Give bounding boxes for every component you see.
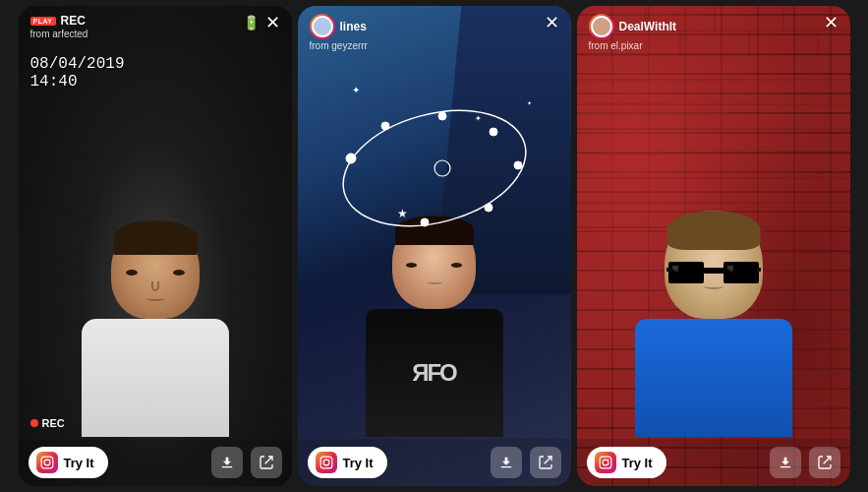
- svg-rect-37: [704, 268, 723, 274]
- person3: [635, 211, 792, 437]
- card3-instagram-icon: [595, 452, 616, 473]
- card1-filter-from: from arfected: [30, 29, 88, 39]
- person3-hair: [666, 211, 760, 250]
- card3-bottom-icons: [770, 447, 840, 478]
- card3-download-button[interactable]: [770, 447, 801, 478]
- svg-point-46: [608, 459, 608, 460]
- person1-eye-left: [126, 270, 138, 276]
- rec-indicator: REC: [30, 417, 65, 429]
- person1-hair: [113, 220, 197, 255]
- rec-label: REC: [42, 417, 65, 429]
- card1-close-button[interactable]: ✕: [265, 14, 280, 31]
- person1-mouth: [145, 295, 165, 301]
- star3: ✦: [527, 99, 532, 106]
- shirt-graphic: ЯFO: [412, 359, 456, 387]
- card1-date: 08/04/2019: [30, 55, 125, 73]
- person3-head: [665, 211, 763, 319]
- card1-try-it-button[interactable]: Try It: [29, 447, 108, 478]
- card-rec: PLAY REC from arfected 🔋 ✕ 08/04/2019 14…: [19, 6, 292, 486]
- card1-top-right: 🔋 ✕: [243, 14, 280, 31]
- card1-instagram-icon: [36, 452, 58, 473]
- card2-bottom-bar: Try It: [298, 439, 571, 486]
- svg-rect-14: [320, 457, 332, 468]
- person1-eye-right: [173, 270, 185, 276]
- card1-try-it-label: Try It: [64, 456, 94, 470]
- card3-try-it-label: Try It: [622, 456, 653, 470]
- svg-rect-35: [668, 262, 704, 283]
- svg-rect-43: [757, 268, 761, 272]
- svg-rect-36: [723, 262, 759, 283]
- card2-instagram-icon: [316, 452, 337, 473]
- card2-top-bar: lines from geyzerrr ✕: [298, 6, 571, 59]
- svg-point-45: [603, 460, 608, 465]
- card3-filter-name: DealWithIt: [619, 20, 677, 33]
- person2-hair: [395, 215, 474, 245]
- star2: ✦: [475, 114, 482, 123]
- card3-top-bar: DealWithIt from el.pixar ✕: [577, 6, 850, 59]
- card1-download-button[interactable]: [211, 447, 243, 478]
- play-badge: PLAY: [30, 17, 56, 26]
- svg-rect-47: [780, 466, 790, 467]
- person2-eye-left: [406, 263, 417, 268]
- card3-close-button[interactable]: ✕: [824, 14, 839, 31]
- card2-filter-name-row: lines: [310, 14, 368, 39]
- card3-avatar: [589, 14, 614, 39]
- svg-rect-42: [666, 268, 670, 272]
- person2-mouth: [427, 279, 442, 284]
- card1-filter-name-row: PLAY REC: [30, 14, 88, 28]
- card2-download-button[interactable]: [491, 447, 522, 478]
- card2-filter-name: lines: [340, 20, 367, 33]
- svg-point-1: [44, 460, 50, 465]
- card3-share-button[interactable]: [809, 447, 840, 478]
- battery-icon: 🔋: [243, 15, 260, 31]
- svg-rect-0: [41, 457, 53, 468]
- card2-close-button[interactable]: ✕: [545, 14, 559, 31]
- svg-point-15: [323, 460, 329, 465]
- card2-try-it-button[interactable]: Try It: [308, 447, 387, 478]
- card1-bottom-bar: Try It: [19, 439, 292, 486]
- person1-nose: [151, 281, 159, 291]
- person1-body: [82, 319, 229, 437]
- card-lines: ✦ ✦ ✦ ЯFO ★: [298, 6, 571, 486]
- svg-rect-40: [727, 266, 733, 270]
- card3-avatar-inner: [591, 16, 612, 37]
- card-dealwithit: DealWithIt from el.pixar ✕ Try It: [577, 6, 850, 486]
- card3-try-it-button[interactable]: Try It: [587, 447, 666, 478]
- card2-bottom-icons: [491, 447, 561, 478]
- card2-avatar: [310, 14, 335, 39]
- card2-avatar-inner: [312, 16, 333, 37]
- card1-share-button[interactable]: [251, 447, 282, 478]
- svg-rect-38: [672, 266, 678, 270]
- svg-point-16: [328, 459, 329, 460]
- card1-filter-info: PLAY REC from arfected: [30, 14, 88, 39]
- pixel-glasses: [666, 258, 761, 289]
- card2-share-button[interactable]: [530, 447, 561, 478]
- card3-filter-from: from el.pixar: [589, 40, 677, 51]
- card1-bottom-icons: [211, 447, 282, 478]
- svg-rect-41: [729, 270, 733, 272]
- svg-rect-17: [500, 466, 511, 467]
- card2-filter-from: from geyzerrr: [310, 40, 368, 51]
- svg-point-2: [49, 459, 50, 460]
- person2-eye-right: [451, 263, 462, 268]
- svg-rect-39: [674, 270, 678, 272]
- person2-head: [392, 215, 476, 309]
- rec-dot: [30, 419, 38, 427]
- card1-top-bar: PLAY REC from arfected 🔋 ✕: [19, 6, 292, 47]
- card3-filter-name-row: DealWithIt: [589, 14, 677, 39]
- card3-filter-info: DealWithIt from el.pixar: [589, 14, 677, 51]
- card1-datetime: 08/04/2019 14:40: [30, 55, 125, 91]
- card2-filter-info: lines from geyzerrr: [310, 14, 368, 51]
- person2: ЯFO: [366, 215, 503, 437]
- card2-try-it-label: Try It: [343, 456, 374, 470]
- person1: [82, 220, 229, 437]
- svg-rect-44: [600, 457, 611, 468]
- star1: ✦: [352, 85, 360, 95]
- card3-bottom-bar: Try It: [577, 439, 850, 486]
- card1-time: 14:40: [30, 73, 125, 91]
- person2-body: ЯFO: [366, 309, 503, 437]
- svg-rect-3: [221, 466, 232, 467]
- card1-filter-name: REC: [61, 14, 86, 28]
- person3-body: [635, 319, 792, 437]
- person1-head: [111, 220, 200, 319]
